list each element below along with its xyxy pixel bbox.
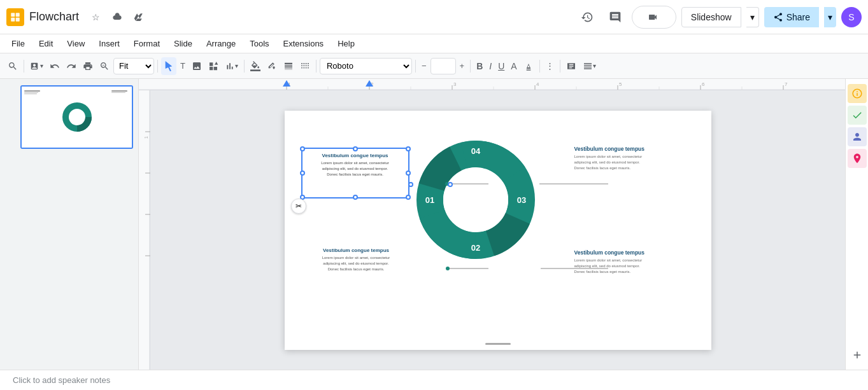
border-weight-button[interactable]: [281, 57, 296, 75]
font-color-button[interactable]: A: [508, 57, 519, 75]
svg-rect-1: [16, 13, 20, 17]
scissor-icon[interactable]: ✂: [291, 198, 306, 214]
slide-1-thumb[interactable]: [20, 85, 133, 149]
handle-ml[interactable]: [300, 171, 305, 176]
handle-br[interactable]: [406, 195, 411, 200]
history-button[interactable]: [576, 6, 599, 29]
info-block-bottom-right[interactable]: Vestibulum congue tempus Lorem ipsum dol…: [574, 249, 692, 275]
share-arrow-button[interactable]: ▾: [824, 7, 836, 27]
slide-canvas-wrapper[interactable]: 1: [139, 90, 845, 370]
comment-button[interactable]: [604, 6, 627, 29]
menu-tools[interactable]: Tools: [243, 36, 275, 51]
handle-tr[interactable]: [406, 146, 411, 151]
text-button[interactable]: T: [178, 57, 188, 75]
app-icon: [6, 8, 24, 26]
menu-slide[interactable]: Slide: [167, 36, 199, 51]
sidebar-check-button[interactable]: [848, 106, 867, 125]
slide-bottom-indicator: [485, 343, 511, 345]
font-size-increase[interactable]: +: [457, 57, 467, 75]
menu-extensions[interactable]: Extensions: [277, 36, 331, 51]
zoom-out-button[interactable]: [97, 57, 112, 75]
redo-button[interactable]: [64, 57, 79, 75]
toolbar: ▾ Fit 50% 75% 100% T ▾: [0, 53, 868, 79]
zoom-select[interactable]: Fit 50% 75% 100%: [113, 58, 154, 74]
info-tr-title: Vestibulum congue tempus: [574, 146, 692, 152]
menu-format[interactable]: Format: [127, 36, 166, 51]
svg-text:5: 5: [619, 81, 622, 87]
cursor-button[interactable]: [161, 57, 176, 75]
slide-1-inner: [22, 87, 132, 148]
sep4: [316, 60, 317, 73]
sep1: [24, 60, 24, 73]
italic-button[interactable]: I: [487, 57, 494, 75]
info-block-top-right[interactable]: Vestibulum congue tempus Lorem ipsum dol…: [574, 146, 692, 171]
more-button[interactable]: ⋮: [543, 57, 557, 75]
handle-bc[interactable]: [353, 195, 358, 200]
underline-button[interactable]: U: [495, 57, 507, 75]
svg-rect-3: [16, 17, 20, 21]
text-block-bottom-left[interactable]: Vestibulum congue tempus Lorem ipsum dol…: [304, 247, 409, 272]
image-button[interactable]: [189, 57, 204, 75]
line-handle-left[interactable]: [408, 182, 413, 187]
line-selection: [411, 184, 450, 185]
handle-tc[interactable]: [353, 146, 358, 151]
line-handle-right[interactable]: [448, 182, 453, 187]
sep6: [470, 60, 471, 73]
sep5: [415, 60, 416, 73]
shapes-button[interactable]: [206, 57, 221, 75]
print-button[interactable]: [80, 57, 96, 75]
donut-chart: 04 01 02 03: [412, 136, 539, 263]
slide-canvas[interactable]: 04 01 02 03: [285, 111, 711, 350]
sidebar-add-button[interactable]: [848, 345, 867, 365]
svg-rect-2: [11, 17, 15, 21]
border-color-button[interactable]: [264, 57, 280, 75]
menu-insert[interactable]: Insert: [92, 36, 126, 51]
text-block-bl-title: Vestibulum congue tempus: [304, 247, 409, 253]
drive-button[interactable]: [130, 8, 148, 26]
svg-text:3: 3: [453, 81, 457, 87]
horizontal-ruler: 1 2 3 4 5 6 7: [139, 79, 845, 90]
speaker-notes[interactable]: Click to add speaker notes: [0, 370, 868, 390]
cloud-save-button[interactable]: [108, 8, 126, 26]
bold-button[interactable]: B: [474, 57, 485, 75]
selection-body: Lorem ipsum dolor sit amet, consectetura…: [308, 160, 403, 178]
border-dash-button[interactable]: [297, 57, 313, 75]
slideshow-arrow-button[interactable]: ▾: [746, 7, 759, 27]
sidebar-explore-button[interactable]: [848, 84, 867, 103]
add-slide-button[interactable]: ▾: [27, 57, 46, 75]
svg-rect-0: [11, 13, 15, 17]
layout-button[interactable]: [564, 57, 579, 75]
sidebar-maps-button[interactable]: [848, 149, 867, 168]
font-select[interactable]: Roboto Arial Times New Roman: [320, 58, 412, 74]
menu-edit[interactable]: Edit: [32, 36, 59, 51]
share-button[interactable]: Share: [764, 7, 819, 27]
menu-file[interactable]: File: [5, 36, 31, 51]
selection-box[interactable]: Vestibulum congue tempus Lorem ipsum dol…: [301, 148, 409, 198]
star-button[interactable]: ☆: [87, 8, 104, 26]
sep8: [560, 60, 560, 73]
vertical-ruler: 1: [139, 90, 150, 370]
right-sidebar: [845, 79, 868, 370]
handle-tl[interactable]: [300, 146, 305, 151]
svg-text:4: 4: [536, 81, 539, 87]
font-size-input[interactable]: [430, 58, 456, 74]
label-02: 02: [471, 243, 480, 253]
sep7: [539, 60, 540, 73]
font-size-decrease[interactable]: −: [419, 57, 429, 75]
avatar[interactable]: S: [841, 7, 862, 27]
undo-button[interactable]: [47, 57, 62, 75]
menu-arrange[interactable]: Arrange: [200, 36, 242, 51]
info-br-body: Lorem ipsum dolor sit amet, consectetura…: [574, 258, 692, 275]
lines-button[interactable]: ▾: [222, 57, 241, 75]
align-button[interactable]: ▾: [580, 57, 599, 75]
fill-color-button[interactable]: [248, 57, 263, 75]
sep3: [244, 60, 245, 73]
meet-button[interactable]: [632, 6, 676, 29]
sidebar-user-button[interactable]: [848, 127, 867, 146]
highlight-button[interactable]: [521, 57, 536, 75]
search-button[interactable]: [5, 57, 20, 75]
handle-mr[interactable]: [406, 171, 411, 176]
menu-help[interactable]: Help: [331, 36, 361, 51]
slideshow-button[interactable]: Slideshow: [681, 7, 741, 27]
menu-view[interactable]: View: [60, 36, 91, 51]
